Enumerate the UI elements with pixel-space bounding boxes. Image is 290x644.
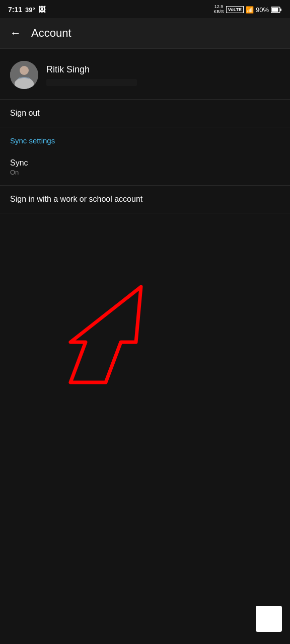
svg-marker-7 xyxy=(70,287,141,382)
sync-label: Sync xyxy=(10,158,280,168)
work-account-label: Sign in with a work or school account xyxy=(10,195,142,203)
back-arrow-icon: ← xyxy=(10,27,21,39)
sync-settings-section[interactable]: Sync settings xyxy=(0,127,290,149)
profile-section: Ritik Singh xyxy=(0,49,290,99)
svg-point-4 xyxy=(20,66,29,75)
battery-icon xyxy=(271,7,282,13)
status-left: 7:11 39° 🖼 xyxy=(8,6,45,14)
sync-settings-label: Sync settings xyxy=(10,136,55,145)
kb-display: 12.9 KB/S xyxy=(213,5,224,15)
temp-display: 39° xyxy=(25,6,35,14)
profile-info: Ritik Singh xyxy=(46,64,137,86)
volte-icon: VoLTE xyxy=(226,6,244,13)
svg-rect-2 xyxy=(280,9,282,11)
avatar-image xyxy=(10,61,38,89)
sign-out-label: Sign out xyxy=(10,109,40,117)
time-display: 7:11 xyxy=(8,6,22,14)
work-account-item[interactable]: Sign in with a work or school account xyxy=(0,186,290,213)
sign-out-item[interactable]: Sign out xyxy=(0,100,290,127)
sync-status: On xyxy=(10,169,280,176)
fab-button[interactable] xyxy=(256,606,282,632)
notification-icon: 🖼 xyxy=(38,6,45,14)
sync-item[interactable]: Sync On xyxy=(0,149,290,186)
signal-icon: 📶 xyxy=(246,6,254,14)
svg-rect-6 xyxy=(19,77,29,85)
avatar xyxy=(10,61,38,89)
back-button[interactable]: ← xyxy=(8,25,23,42)
profile-name: Ritik Singh xyxy=(46,64,137,75)
status-right: 12.9 KB/S VoLTE 📶 90% xyxy=(213,5,282,15)
page-title: Account xyxy=(31,27,71,40)
profile-email-bar xyxy=(46,79,137,86)
app-bar: ← Account xyxy=(0,18,290,48)
battery-percent: 90% xyxy=(256,6,269,14)
svg-rect-1 xyxy=(272,8,278,12)
status-bar: 7:11 39° 🖼 12.9 KB/S VoLTE 📶 90% xyxy=(0,0,290,18)
arrow-annotation xyxy=(40,247,161,392)
